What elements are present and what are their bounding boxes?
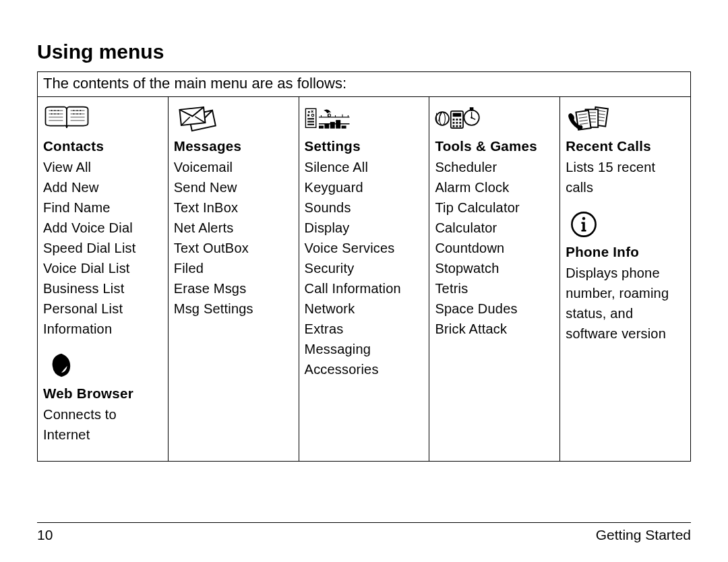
menu-block: SettingsSilence AllKeyguardSoundsDisplay… xyxy=(305,101,425,379)
menu-item: Sounds xyxy=(305,197,425,218)
svg-rect-48 xyxy=(456,125,458,127)
menu-item: Countdown xyxy=(435,238,555,258)
menu-item: Business List xyxy=(43,278,164,299)
menu-item: Keyguard xyxy=(305,177,425,197)
menu-column: ContactsView AllAdd NewFind NameAdd Voic… xyxy=(38,97,169,461)
menu-item: Text OutBox xyxy=(174,238,295,258)
svg-point-55 xyxy=(471,117,473,119)
section-heading: Using menus xyxy=(37,40,691,63)
menu-item: Display xyxy=(305,218,425,238)
menu-item: Msg Settings xyxy=(174,299,295,319)
svg-rect-28 xyxy=(307,124,314,125)
menu-block: ContactsView AllAdd NewFind NameAdd Voic… xyxy=(43,101,164,339)
svg-point-8 xyxy=(51,110,53,111)
svg-rect-27 xyxy=(307,121,314,123)
tools-icon xyxy=(435,101,555,136)
menu-description: Displays phone number, roaming status, a… xyxy=(566,263,686,344)
menu-column: Recent CallsLists 15 recent calls Phone … xyxy=(560,97,690,461)
svg-point-72 xyxy=(582,217,585,220)
menu-item: Space Dudes xyxy=(435,299,555,319)
intro-text: The contents of the main menu are as fol… xyxy=(38,72,690,97)
menu-item: Find Name xyxy=(43,197,164,218)
sliders-icon xyxy=(305,101,425,136)
menu-item: Information xyxy=(43,319,164,339)
svg-point-9 xyxy=(55,110,56,111)
swoosh-icon xyxy=(43,348,164,383)
svg-rect-44 xyxy=(453,122,455,124)
svg-point-11 xyxy=(51,113,53,115)
menu-item: View All xyxy=(43,157,164,177)
menu-title: Web Browser xyxy=(43,383,164,404)
svg-rect-35 xyxy=(336,120,340,129)
svg-rect-46 xyxy=(460,122,462,124)
svg-point-23 xyxy=(307,111,309,113)
svg-point-14 xyxy=(73,110,75,111)
menu-item: Tip Calculator xyxy=(435,197,555,218)
menu-title: Tools & Games xyxy=(435,136,555,157)
menu-item: Voicemail xyxy=(174,157,295,177)
menu-item: Network xyxy=(305,299,425,319)
svg-rect-49 xyxy=(460,125,462,127)
menu-column: Tools & GamesSchedulerAlarm ClockTip Cal… xyxy=(429,97,560,461)
menu-block: Web BrowserConnects to Internet xyxy=(43,348,164,445)
menu-item: Send New xyxy=(174,177,295,197)
menu-item: Erase Msgs xyxy=(174,278,295,299)
svg-rect-40 xyxy=(453,113,462,117)
svg-rect-45 xyxy=(456,122,458,124)
menu-item: Text InBox xyxy=(174,197,295,218)
menu-item: Messaging xyxy=(305,339,425,359)
menu-block: MessagesVoicemailSend NewText InBoxNet A… xyxy=(174,101,295,319)
phone-calls-icon xyxy=(566,101,686,136)
menu-item: Speed Dial List xyxy=(43,238,164,258)
menu-description: Lists 15 recent calls xyxy=(566,157,686,197)
menu-block: Recent CallsLists 15 recent calls xyxy=(566,101,686,197)
svg-rect-52 xyxy=(471,109,473,111)
menu-item: Add Voice Dial xyxy=(43,218,164,238)
svg-rect-24 xyxy=(307,115,309,117)
menu-item: Silence All xyxy=(305,157,425,177)
menu-item: Voice Services xyxy=(305,238,425,258)
svg-point-10 xyxy=(58,110,59,111)
svg-rect-47 xyxy=(453,125,455,127)
menu-item: Add New xyxy=(43,177,164,197)
footer-section: Getting Started xyxy=(596,527,691,543)
page-number: 10 xyxy=(37,527,53,543)
book-icon xyxy=(43,101,164,136)
menu-item: Personal List xyxy=(43,299,164,319)
svg-rect-32 xyxy=(319,126,324,129)
menu-item: Scheduler xyxy=(435,157,555,177)
menu-column: MessagesVoicemailSend NewText InBoxNet A… xyxy=(169,97,299,461)
svg-rect-41 xyxy=(453,119,455,121)
menu-item: Alarm Clock xyxy=(435,177,555,197)
menu-item: Tetris xyxy=(435,278,555,299)
menu-item: Call Information xyxy=(305,278,425,299)
svg-point-18 xyxy=(77,113,78,115)
menu-item: Brick Attack xyxy=(435,319,555,339)
svg-rect-26 xyxy=(307,118,314,119)
svg-rect-34 xyxy=(330,122,334,129)
menu-table: The contents of the main menu are as fol… xyxy=(37,71,691,462)
menu-item: Extras xyxy=(305,319,425,339)
svg-rect-36 xyxy=(341,126,346,129)
page-footer: 10 Getting Started xyxy=(37,522,691,543)
menu-title: Recent Calls xyxy=(566,136,686,157)
menu-item: Filed xyxy=(174,258,295,278)
menu-title: Phone Info xyxy=(566,242,686,263)
menu-title: Messages xyxy=(174,136,295,157)
menu-description: Connects to Internet xyxy=(43,404,164,445)
menu-item: Calculator xyxy=(435,218,555,238)
menu-item: Accessories xyxy=(305,359,425,379)
menu-item: Stopwatch xyxy=(435,258,555,278)
menu-block: Tools & GamesSchedulerAlarm ClockTip Cal… xyxy=(435,101,555,339)
menu-item: Security xyxy=(305,258,425,278)
svg-rect-43 xyxy=(460,119,462,121)
svg-point-13 xyxy=(58,113,59,115)
envelopes-icon xyxy=(174,101,295,136)
svg-point-17 xyxy=(73,113,75,115)
menu-item: Net Alerts xyxy=(174,218,295,238)
menu-title: Contacts xyxy=(43,136,164,157)
svg-point-15 xyxy=(77,110,78,111)
svg-rect-42 xyxy=(456,119,458,121)
menu-item: Voice Dial List xyxy=(43,258,164,278)
svg-point-19 xyxy=(80,113,81,115)
